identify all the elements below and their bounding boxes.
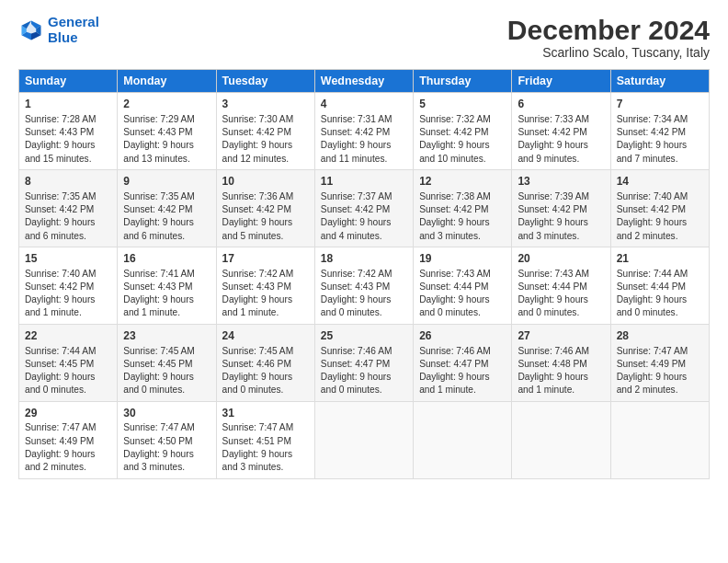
calendar-cell: 21Sunrise: 7:44 AMSunset: 4:44 PMDayligh…	[610, 247, 709, 324]
cell-line: Daylight: 9 hours	[321, 371, 407, 384]
cell-line: and 1 minute.	[25, 306, 111, 319]
cell-line: Daylight: 9 hours	[518, 293, 604, 306]
day-header-thursday: Thursday	[414, 70, 512, 93]
cell-line: Daylight: 9 hours	[518, 216, 604, 229]
cell-line: Sunrise: 7:31 AM	[321, 113, 407, 126]
cell-line: Sunrise: 7:37 AM	[321, 190, 407, 203]
day-header-tuesday: Tuesday	[216, 70, 314, 93]
day-number: 23	[123, 328, 210, 344]
cell-line: Sunrise: 7:28 AM	[25, 113, 111, 126]
header: General Blue December 2024 Scarlino Scal…	[18, 15, 710, 60]
cell-line: and 0 minutes.	[123, 384, 210, 396]
cell-line: Daylight: 9 hours	[222, 139, 309, 152]
cell-line: Sunset: 4:49 PM	[617, 358, 703, 371]
cell-line: Sunset: 4:42 PM	[617, 203, 703, 216]
logo-line2: Blue	[48, 29, 78, 45]
cell-line: Daylight: 9 hours	[25, 448, 111, 461]
cell-line: Daylight: 9 hours	[518, 371, 604, 384]
cell-line: and 2 minutes.	[25, 461, 111, 474]
cell-line: Sunset: 4:43 PM	[123, 126, 210, 139]
cell-line: and 0 minutes.	[518, 306, 604, 319]
cell-line: Sunset: 4:45 PM	[123, 358, 210, 371]
calendar-table: SundayMondayTuesdayWednesdayThursdayFrid…	[18, 69, 710, 479]
day-number: 2	[123, 97, 210, 112]
logo-line1: General	[48, 14, 99, 29]
cell-line: and 7 minutes.	[617, 153, 703, 166]
calendar-cell: 26Sunrise: 7:46 AMSunset: 4:47 PMDayligh…	[414, 324, 512, 401]
calendar-cell: 4Sunrise: 7:31 AMSunset: 4:42 PMDaylight…	[314, 93, 413, 170]
cell-line: Sunset: 4:43 PM	[222, 281, 309, 293]
calendar-cell: 22Sunrise: 7:44 AMSunset: 4:45 PMDayligh…	[19, 324, 118, 401]
cell-line: Sunrise: 7:32 AM	[419, 113, 506, 126]
calendar-cell: 31Sunrise: 7:47 AMSunset: 4:51 PMDayligh…	[216, 401, 314, 478]
cell-line: Daylight: 9 hours	[222, 448, 309, 461]
day-number: 30	[123, 406, 210, 421]
calendar-cell: 20Sunrise: 7:43 AMSunset: 4:44 PMDayligh…	[512, 247, 610, 324]
day-header-monday: Monday	[118, 70, 216, 93]
cell-line: and 4 minutes.	[321, 230, 407, 243]
calendar-cell	[414, 401, 512, 478]
calendar-cell: 17Sunrise: 7:42 AMSunset: 4:43 PMDayligh…	[216, 247, 314, 324]
cell-line: Daylight: 9 hours	[222, 216, 309, 229]
day-number: 29	[25, 406, 111, 421]
cell-line: Daylight: 9 hours	[617, 371, 703, 384]
cell-line: Daylight: 9 hours	[321, 216, 407, 229]
cell-line: Daylight: 9 hours	[123, 371, 210, 384]
cell-line: and 3 minutes.	[419, 230, 506, 243]
cell-line: Sunrise: 7:46 AM	[419, 345, 506, 358]
cell-line: Sunrise: 7:46 AM	[518, 345, 604, 358]
cell-line: and 12 minutes.	[222, 153, 309, 166]
calendar-cell: 29Sunrise: 7:47 AMSunset: 4:49 PMDayligh…	[19, 401, 118, 478]
cell-line: Daylight: 9 hours	[419, 139, 506, 152]
title-block: December 2024 Scarlino Scalo, Tuscany, I…	[507, 15, 710, 60]
cell-line: Sunset: 4:48 PM	[518, 358, 604, 371]
cell-line: Sunrise: 7:44 AM	[617, 268, 703, 281]
cell-line: Sunset: 4:42 PM	[419, 203, 506, 216]
calendar-cell: 8Sunrise: 7:35 AMSunset: 4:42 PMDaylight…	[19, 169, 118, 247]
logo-icon	[18, 17, 44, 43]
cell-line: Sunrise: 7:40 AM	[617, 190, 703, 203]
cell-line: and 0 minutes.	[222, 384, 309, 396]
cell-line: Sunrise: 7:33 AM	[518, 113, 604, 126]
cell-line: Sunset: 4:50 PM	[123, 435, 210, 448]
cell-line: and 2 minutes.	[617, 230, 703, 243]
cell-line: Daylight: 9 hours	[617, 216, 703, 229]
cell-line: and 9 minutes.	[518, 153, 604, 166]
cell-line: Sunrise: 7:42 AM	[321, 268, 407, 281]
cell-line: and 3 minutes.	[518, 230, 604, 243]
day-number: 8	[25, 174, 111, 190]
cell-line: Sunrise: 7:47 AM	[123, 421, 210, 434]
cell-line: and 0 minutes.	[617, 306, 703, 319]
calendar-cell: 18Sunrise: 7:42 AMSunset: 4:43 PMDayligh…	[314, 247, 413, 324]
cell-line: Sunset: 4:49 PM	[25, 435, 111, 448]
week-row-1: 1Sunrise: 7:28 AMSunset: 4:43 PMDaylight…	[19, 93, 710, 170]
cell-line: and 15 minutes.	[25, 153, 111, 166]
day-number: 3	[222, 97, 309, 112]
cell-line: and 6 minutes.	[123, 230, 210, 243]
day-number: 14	[617, 174, 703, 190]
calendar-cell: 30Sunrise: 7:47 AMSunset: 4:50 PMDayligh…	[118, 401, 216, 478]
calendar-cell: 11Sunrise: 7:37 AMSunset: 4:42 PMDayligh…	[314, 169, 413, 247]
cell-line: Sunset: 4:43 PM	[321, 281, 407, 293]
cell-line: Sunrise: 7:41 AM	[123, 268, 210, 281]
cell-line: Daylight: 9 hours	[419, 371, 506, 384]
calendar-cell: 12Sunrise: 7:38 AMSunset: 4:42 PMDayligh…	[414, 169, 512, 247]
cell-line: Sunset: 4:42 PM	[518, 203, 604, 216]
header-row: SundayMondayTuesdayWednesdayThursdayFrid…	[19, 70, 710, 93]
day-number: 26	[419, 328, 506, 344]
cell-line: and 1 minute.	[123, 306, 210, 319]
calendar-cell: 2Sunrise: 7:29 AMSunset: 4:43 PMDaylight…	[118, 93, 216, 170]
cell-line: and 10 minutes.	[419, 153, 506, 166]
day-number: 7	[617, 97, 703, 112]
calendar-cell	[512, 401, 610, 478]
cell-line: Sunrise: 7:43 AM	[419, 268, 506, 281]
cell-line: and 11 minutes.	[321, 153, 407, 166]
cell-line: Daylight: 9 hours	[123, 448, 210, 461]
day-number: 5	[419, 97, 506, 112]
day-number: 24	[222, 328, 309, 344]
cell-line: Daylight: 9 hours	[123, 293, 210, 306]
cell-line: and 0 minutes.	[25, 384, 111, 396]
cell-line: Daylight: 9 hours	[419, 293, 506, 306]
cell-line: Sunrise: 7:46 AM	[321, 345, 407, 358]
cell-line: Sunset: 4:43 PM	[123, 281, 210, 293]
